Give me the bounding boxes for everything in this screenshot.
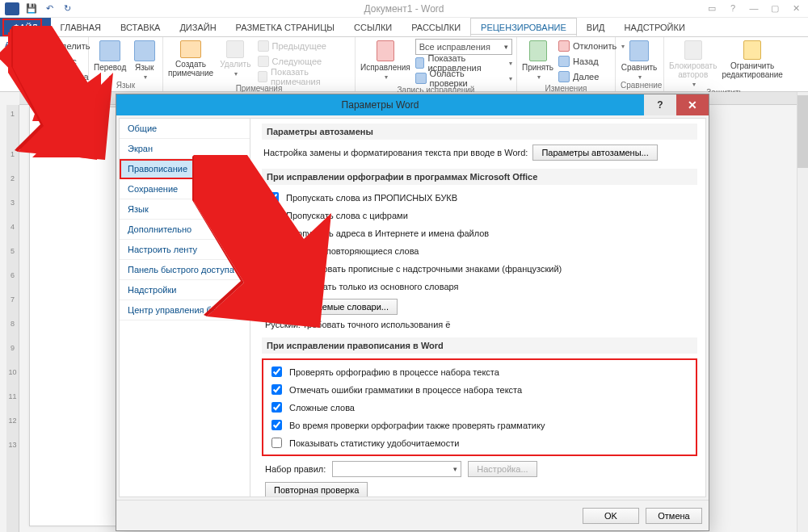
minimize-icon[interactable]: — — [748, 3, 760, 14]
wordcount-button[interactable]: ABC123Статистика — [26, 69, 90, 84]
category-display[interactable]: Экран — [120, 139, 250, 159]
section-autocorrect-title: Параметры автозамены — [262, 124, 697, 140]
qat-redo-icon[interactable]: ↻ — [60, 2, 74, 16]
ribbon: ABC Определить Тезаурус ABC123Статистика… — [0, 37, 808, 92]
office-check-checkbox[interactable] — [268, 228, 279, 238]
check-icon — [6, 50, 19, 57]
word-check-row[interactable]: Проверять орфографию в процессе набора т… — [268, 364, 694, 379]
tab-review[interactable]: РЕЦЕНЗИРОВАНИЕ — [470, 18, 577, 36]
tab-home[interactable]: ГЛАВНАЯ — [51, 18, 111, 36]
word-check-checkbox[interactable] — [271, 402, 282, 413]
tab-references[interactable]: ССЫЛКИ — [344, 18, 402, 36]
office-check-row[interactable]: …редлагать только из основного словаря — [265, 279, 697, 294]
tab-view[interactable]: ВИД — [577, 18, 615, 36]
vertical-ruler[interactable]: 112345678910111213 — [6, 105, 19, 532]
word-check-label: Проверять орфографию в процессе набора т… — [289, 367, 499, 377]
tab-design[interactable]: ДИЗАЙН — [170, 18, 225, 36]
markup-icon — [415, 57, 425, 69]
prev-change-button[interactable]: Назад — [558, 54, 625, 69]
office-check-row[interactable]: …мечать повторяющиеся слова — [265, 243, 697, 258]
category-addins[interactable]: Надстройки — [120, 280, 250, 300]
office-check-row[interactable]: …спользовать прописные с надстрочными зн… — [265, 261, 697, 276]
qat-save-icon[interactable]: 💾 — [24, 2, 39, 16]
globe-icon — [99, 40, 120, 61]
vertical-scrollbar[interactable] — [797, 92, 808, 532]
office-check-checkbox[interactable] — [268, 245, 279, 256]
russian-yo-label: Русский: требовать точного использования… — [265, 320, 450, 329]
book-icon — [26, 40, 37, 52]
tab-layout[interactable]: РАЗМЕТКА СТРАНИЦЫ — [226, 18, 344, 36]
qat-undo-icon[interactable]: ↶ — [42, 2, 57, 16]
autocorrect-options-button[interactable]: Параметры автозамены... — [532, 145, 657, 161]
translate-button[interactable]: Перевод▾ — [94, 39, 126, 81]
office-check-checkbox[interactable] — [268, 192, 279, 203]
options-dialog: Параметры Word ? ✕ Общие Экран Правописа… — [116, 94, 709, 531]
thesaurus-button[interactable]: Тезаурус — [26, 54, 90, 69]
section-word-title: При исправлении правописания в Word — [262, 337, 697, 354]
tab-mailings[interactable]: РАССЫЛКИ — [402, 18, 470, 36]
reject-icon — [558, 40, 570, 52]
dialog-close-button[interactable]: ✕ — [676, 94, 709, 115]
office-check-checkbox[interactable] — [268, 281, 279, 291]
category-save[interactable]: Сохранение — [120, 179, 250, 199]
restrict-editing-button[interactable]: Ограничить редактирование — [722, 39, 783, 79]
maximize-icon[interactable]: ▢ — [769, 3, 781, 14]
category-advanced[interactable]: Дополнительно — [120, 220, 250, 240]
word-check-checkbox[interactable] — [271, 367, 282, 377]
tab-file[interactable]: ФАЙЛ — [0, 18, 51, 36]
ruleset-settings-button[interactable]: Настройка... — [468, 461, 537, 477]
reject-button[interactable]: Отклонить▾ — [558, 39, 625, 53]
word-check-row[interactable]: Отмечать ошибки грамматики в процессе на… — [268, 382, 694, 397]
block-authors-button[interactable]: Блокировать авторов▾ — [669, 39, 717, 88]
define-button[interactable]: Определить — [26, 39, 90, 53]
prev-comment-button[interactable]: Предыдущее — [258, 39, 350, 53]
ribbon-options-icon[interactable]: ▭ — [706, 3, 718, 14]
category-general[interactable]: Общие — [120, 119, 250, 139]
spelling-button[interactable]: ABC — [5, 39, 21, 57]
word-check-row[interactable]: Во время проверки орфографии также прове… — [268, 417, 694, 433]
accept-button[interactable]: Принять▾ — [522, 39, 553, 81]
office-check-label: …мечать повторяющиеся слова — [286, 246, 419, 256]
compare-button[interactable]: Сравнить▾ — [621, 39, 658, 81]
office-check-checkbox[interactable] — [268, 263, 279, 274]
reviewing-pane-button[interactable]: Область проверки▾ — [415, 71, 512, 86]
recheck-button[interactable]: Повторная проверка — [265, 482, 368, 496]
tab-addins[interactable]: НАДСТРОЙКИ — [615, 18, 695, 36]
track-changes-button[interactable]: Исправления▾ — [360, 39, 410, 81]
office-check-row[interactable]: Пропускать слова с цифрами — [265, 207, 697, 223]
new-comment-button[interactable]: Создать примечание — [168, 39, 213, 77]
word-check-checkbox[interactable] — [271, 420, 282, 430]
tab-insert[interactable]: ВСТАВКА — [111, 18, 170, 36]
custom-dictionaries-button[interactable]: …страиваемые словари... — [271, 299, 398, 315]
section-office-title: При исправлении орфографии в программах … — [262, 169, 697, 185]
display-mode-select[interactable]: Все исправления▾ — [415, 39, 512, 55]
delete-comment-icon — [226, 40, 244, 58]
word-check-row[interactable]: Показывать статистику удобочитаемости — [268, 435, 694, 450]
office-check-checkbox[interactable] — [268, 210, 279, 220]
office-check-label: Пропускать слова из ПРОПИСНЫХ БУКВ — [286, 193, 457, 203]
close-icon[interactable]: ✕ — [790, 3, 802, 14]
delete-comment-button[interactable]: Удалить▾ — [218, 39, 252, 77]
category-language[interactable]: Язык — [120, 199, 250, 220]
dialog-help-button[interactable]: ? — [644, 94, 676, 115]
language-button[interactable]: Язык▾ — [131, 39, 158, 81]
ok-button[interactable]: OK — [583, 508, 639, 524]
office-check-label: Пропускать адреса в Интернете и имена фа… — [286, 228, 489, 238]
word-check-row[interactable]: Сложные слова — [268, 400, 694, 415]
next-change-button[interactable]: Далее — [558, 69, 625, 84]
category-proofing[interactable]: Правописание — [120, 159, 250, 179]
page[interactable] — [29, 107, 126, 526]
office-check-row[interactable]: Пропускать адреса в Интернете и имена фа… — [265, 225, 697, 241]
word-check-checkbox[interactable] — [271, 438, 282, 448]
show-comments-button[interactable]: Показать примечания — [258, 69, 350, 84]
next-icon — [558, 71, 570, 82]
help-icon[interactable]: ? — [727, 3, 739, 14]
category-qat[interactable]: Панель быстрого доступа — [120, 260, 250, 280]
office-check-row[interactable]: Пропускать слова из ПРОПИСНЫХ БУКВ — [265, 190, 697, 205]
category-customize-ribbon[interactable]: Настроить ленту — [120, 240, 250, 260]
ruleset-select[interactable]: ▾ — [332, 461, 461, 477]
dialog-titlebar[interactable]: Параметры Word ? ✕ — [116, 94, 709, 115]
word-check-checkbox[interactable] — [271, 384, 282, 395]
category-trust-center[interactable]: Центр управления безоп… — [120, 300, 250, 320]
cancel-button[interactable]: Отмена — [646, 508, 702, 524]
